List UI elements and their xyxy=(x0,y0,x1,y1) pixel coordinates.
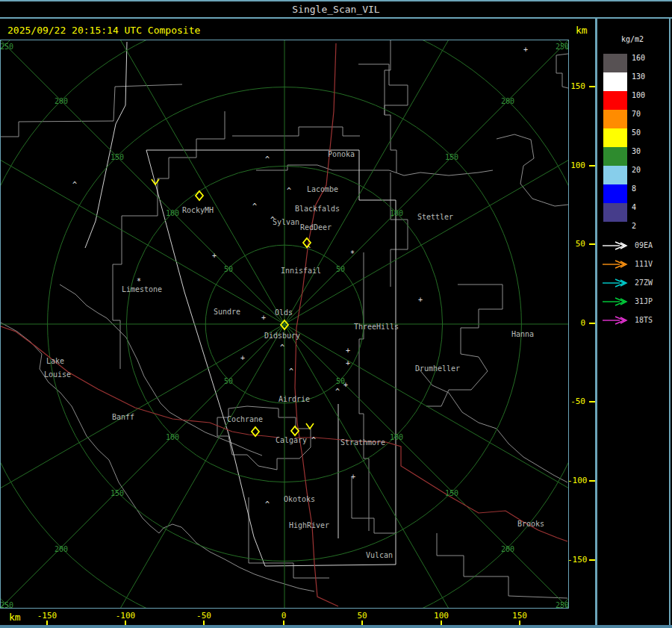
site-id-label: 18TS xyxy=(635,316,653,324)
radial-line-330deg xyxy=(81,40,285,324)
range-ring-label: 250 xyxy=(556,601,568,609)
town-symbol: + xyxy=(346,359,350,367)
right-axis-label: -100 xyxy=(567,476,585,485)
site-arrow-icon xyxy=(602,241,629,250)
city-label-blackfalds: Blackfalds xyxy=(295,205,340,213)
city-label-rockymh: RockyMH xyxy=(182,206,214,214)
city-label-lake: Lake xyxy=(46,357,64,365)
color-scale-value: 160 xyxy=(632,54,662,63)
city-label-brooks: Brooks xyxy=(517,520,544,528)
range-ring-label: 250 xyxy=(1,43,13,51)
city-label-innisfail: Innisfail xyxy=(281,267,321,275)
site-id-label: 09EA xyxy=(635,241,653,249)
town-symbol: + xyxy=(346,346,350,355)
county-boundary xyxy=(419,369,567,482)
range-ring-label: 200 xyxy=(55,97,68,105)
range-ring-label: 50 xyxy=(224,265,233,273)
county-boundary xyxy=(1,323,119,482)
right-axis-label: 50 xyxy=(567,240,585,249)
site-id-label: 31JP xyxy=(635,297,653,305)
color-scale-value: 30 xyxy=(632,147,662,156)
radar-app-window: Single_Scan_VIL 2025/09/22 20:15:14 UTC … xyxy=(0,0,672,628)
city-label-calgary: Calgary xyxy=(276,436,307,444)
county-boundary xyxy=(437,533,567,598)
right-axis-tick xyxy=(589,243,595,245)
city-label-vulcan: Vulcan xyxy=(366,551,393,559)
right-axis-label: -150 xyxy=(567,556,585,565)
radar-map[interactable]: 5050505010010010010015015015015020020020… xyxy=(0,40,569,609)
town-symbol: ^ xyxy=(265,155,270,164)
range-ring-label: 100 xyxy=(390,433,403,441)
city-label-strathmore: Strathmore xyxy=(340,438,385,447)
county-boundary xyxy=(358,64,408,115)
bottom-axis-label: -100 xyxy=(112,612,139,621)
bottom-axis-label: 0 xyxy=(270,612,297,621)
right-axis-tick xyxy=(589,86,595,87)
storm-motion-arrow-icon xyxy=(306,423,314,429)
site-arrow-icon xyxy=(602,260,629,269)
right-axis-label: 0 xyxy=(567,319,585,328)
legend-site-31jp: 31JP xyxy=(602,296,669,306)
city-label-cochrane: Cochrane xyxy=(227,415,263,423)
city-label-threehills: ThreeHills xyxy=(354,323,399,331)
right-border-line xyxy=(669,19,671,628)
site-id-label: 111V xyxy=(635,260,653,268)
color-scale-value: 8 xyxy=(632,184,662,193)
radial-line-225deg xyxy=(1,324,284,608)
color-swatch xyxy=(603,91,627,110)
right-axis-label: -50 xyxy=(567,397,585,406)
county-boundary xyxy=(352,477,396,533)
town-symbol: + xyxy=(240,354,245,362)
town-symbol: + xyxy=(261,314,266,322)
legend-site-18ts: 18TS xyxy=(602,315,669,325)
city-label-banff: Banff xyxy=(112,413,134,421)
range-ring-label: 200 xyxy=(501,97,514,105)
color-swatch xyxy=(603,72,627,91)
city-label-lacombe: Lacombe xyxy=(307,185,338,193)
title-bar: Single_Scan_VIL xyxy=(0,0,672,19)
bottom-axis-label: 150 xyxy=(506,612,533,621)
site-arrow-icon xyxy=(602,297,629,306)
town-symbol: ^ xyxy=(280,343,284,352)
range-ring-label: 50 xyxy=(336,265,345,273)
right-axis-tick xyxy=(589,323,595,324)
county-boundary xyxy=(391,172,408,287)
city-label-hanna: Hanna xyxy=(511,330,534,338)
range-ring-label: 250 xyxy=(556,43,568,51)
town-symbol: + xyxy=(523,46,528,54)
city-label-okotoks: Okotoks xyxy=(284,495,315,503)
county-boundary xyxy=(232,127,360,136)
town-symbol: + xyxy=(343,381,348,389)
town-symbol: ^ xyxy=(311,436,316,444)
city-label-sylvan: Sylvan xyxy=(273,218,299,226)
county-boundary xyxy=(1,84,182,137)
range-ring-label: 150 xyxy=(445,489,458,497)
city-label-stettler: Stettler xyxy=(417,213,453,221)
radar-map-canvas[interactable]: 5050505010010010010015015015015020020020… xyxy=(1,40,568,608)
city-label-sundre: Sundre xyxy=(214,308,240,316)
range-ring-label: 150 xyxy=(445,153,458,161)
bottom-axis-label: -50 xyxy=(190,612,217,621)
city-label-louise: Louise xyxy=(44,370,71,379)
city-label-ponoka: Ponoka xyxy=(328,150,355,158)
color-swatch xyxy=(603,128,627,147)
town-symbol: ^ xyxy=(72,181,77,189)
window-title: Single_Scan_VIL xyxy=(292,4,379,15)
color-scale-value: 4 xyxy=(632,203,662,212)
bottom-bar xyxy=(0,625,672,628)
city-label-olds: Olds xyxy=(275,308,293,317)
right-axis-label: 150 xyxy=(567,82,585,91)
color-swatch xyxy=(603,166,627,184)
town-symbol: + xyxy=(418,296,423,304)
range-ring-label: 200 xyxy=(501,545,514,553)
county-boundary xyxy=(359,252,369,531)
site-arrow-icon xyxy=(602,279,629,287)
bottom-axis-unit: km xyxy=(9,612,21,623)
radial-line-315deg xyxy=(1,40,284,324)
county-boundary xyxy=(385,40,396,172)
color-swatch xyxy=(603,54,627,72)
radial-line-120deg xyxy=(284,324,568,528)
town-symbol: * xyxy=(137,277,141,285)
range-ring-label: 100 xyxy=(390,209,403,217)
bottom-axis-label: 100 xyxy=(428,612,455,621)
